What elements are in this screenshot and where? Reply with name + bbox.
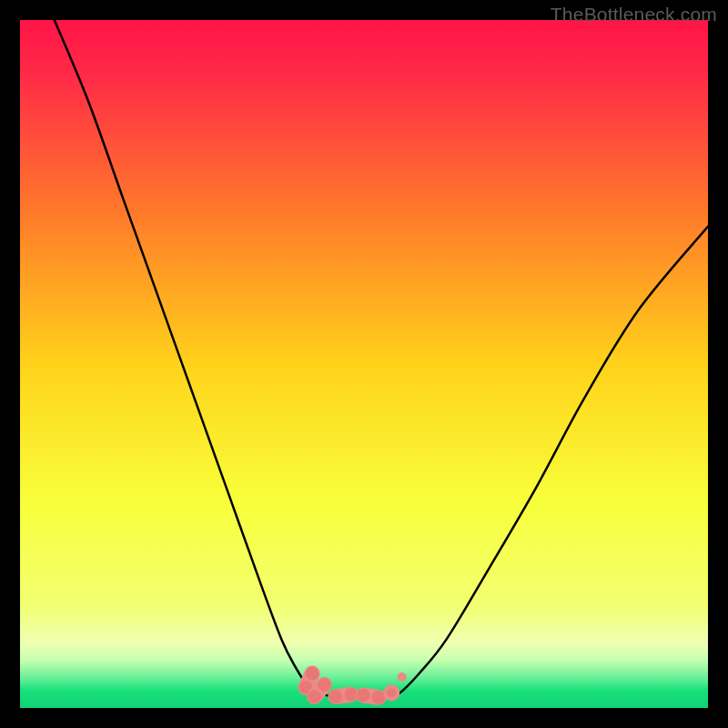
svg-point-7 bbox=[329, 690, 342, 703]
outer-frame: TheBottleneck.com bbox=[0, 0, 728, 728]
plot-svg bbox=[20, 20, 708, 708]
watermark-text: TheBottleneck.com bbox=[551, 4, 717, 25]
marker-5 bbox=[398, 672, 407, 682]
svg-point-5 bbox=[318, 678, 330, 691]
svg-point-4 bbox=[308, 690, 320, 703]
plot-area bbox=[20, 20, 708, 708]
marker-4 bbox=[383, 684, 399, 701]
svg-point-14 bbox=[398, 672, 407, 682]
svg-point-13 bbox=[387, 688, 396, 697]
svg-point-11 bbox=[372, 691, 385, 703]
svg-point-10 bbox=[357, 689, 369, 702]
svg-point-2 bbox=[306, 667, 318, 680]
